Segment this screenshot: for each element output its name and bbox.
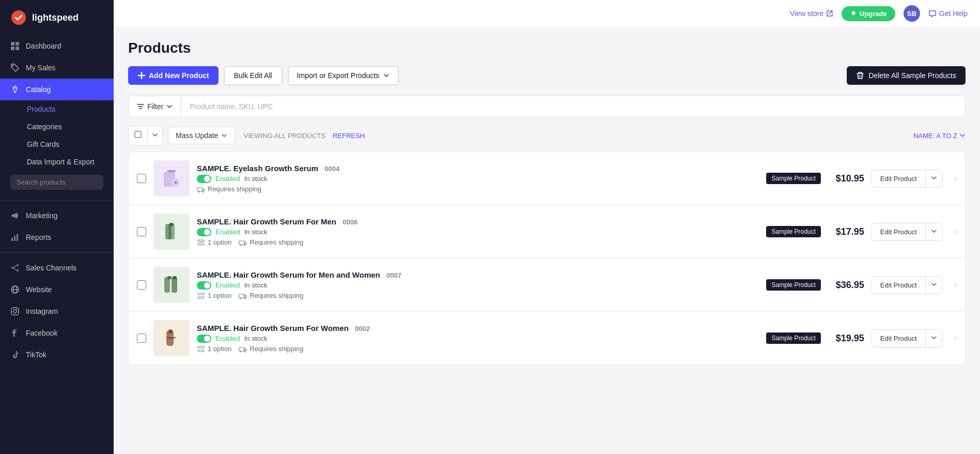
sidebar-item-my-sales[interactable]: My Sales xyxy=(0,57,114,79)
delete-samples-button[interactable]: Delete All Sample Products xyxy=(847,66,966,85)
sample-badge: Sample Product xyxy=(766,226,820,237)
edit-button-group: Edit Product xyxy=(872,223,943,241)
edit-dropdown-button[interactable] xyxy=(925,170,942,187)
select-all-checkbox[interactable] xyxy=(129,126,147,145)
sample-badge: Sample Product xyxy=(766,279,820,291)
refresh-link[interactable]: REFRESH xyxy=(333,132,365,140)
product-badges: Enabled In stock xyxy=(197,228,759,236)
view-store-link[interactable]: View store xyxy=(790,9,833,18)
avatar[interactable]: SB xyxy=(904,5,920,22)
svg-line-12 xyxy=(13,266,17,267)
product-checkbox[interactable] xyxy=(137,334,146,343)
product-image xyxy=(153,267,190,303)
svg-rect-31 xyxy=(198,244,204,245)
get-help-button[interactable]: Get Help xyxy=(928,9,968,18)
upgrade-button[interactable]: Upgrade xyxy=(842,6,895,21)
sidebar-item-gift-cards[interactable]: Gift Cards xyxy=(0,135,114,153)
sidebar-item-sales-channels[interactable]: Sales Channels xyxy=(0,257,114,279)
product-search-input[interactable] xyxy=(181,96,965,117)
svg-point-18 xyxy=(13,310,17,313)
svg-rect-17 xyxy=(11,308,19,315)
sidebar-item-marketing[interactable]: Marketing xyxy=(0,205,114,226)
svg-rect-2 xyxy=(15,42,19,46)
edit-dropdown-button[interactable] xyxy=(925,277,942,294)
sidebar-item-dashboard[interactable]: Dashboard xyxy=(0,35,114,57)
enabled-toggle[interactable] xyxy=(197,228,211,236)
sort-button[interactable]: NAME: A TO Z xyxy=(913,132,966,140)
sidebar-item-website[interactable]: Website xyxy=(0,279,114,300)
product-name: SAMPLE. Hair Growth Serum For Women 0002 xyxy=(197,324,759,332)
mass-update-button[interactable]: Mass Update xyxy=(168,127,235,144)
edit-dropdown-button[interactable] xyxy=(925,330,942,347)
sidebar-item-label: Catalog xyxy=(26,85,51,94)
sidebar-search-container xyxy=(0,171,114,196)
sidebar-item-label: Facebook xyxy=(26,329,57,337)
get-help-label: Get Help xyxy=(939,9,968,18)
sidebar-item-categories[interactable]: Categories xyxy=(0,118,114,135)
filter-button[interactable]: Filter xyxy=(129,96,181,117)
sidebar-item-facebook[interactable]: Facebook xyxy=(0,322,114,344)
enabled-toggle[interactable] xyxy=(197,281,211,290)
svg-point-19 xyxy=(17,309,18,310)
product-checkbox[interactable] xyxy=(137,227,146,236)
bulk-edit-button[interactable]: Bulk Edit All xyxy=(224,66,283,85)
enabled-toggle[interactable] xyxy=(197,175,211,183)
sidebar-item-instagram[interactable]: Instagram xyxy=(0,300,114,322)
edit-product-button[interactable]: Edit Product xyxy=(872,170,925,187)
topbar: View store Upgrade SB Get Help xyxy=(114,0,980,27)
edit-product-button[interactable]: Edit Product xyxy=(872,223,925,240)
chevron-down-icon xyxy=(959,132,966,139)
sidebar-item-products[interactable]: Products xyxy=(0,100,114,118)
shipping-meta: true Requires shipping xyxy=(197,185,261,193)
sidebar-item-label: Reports xyxy=(26,233,51,241)
product-checkbox[interactable] xyxy=(137,174,146,183)
product-meta: 1 option Requires shipping xyxy=(197,238,759,247)
row-expand-arrow[interactable]: › xyxy=(954,280,957,290)
shipping-icon xyxy=(239,238,247,247)
svg-point-26 xyxy=(203,191,204,192)
edit-dropdown-button[interactable] xyxy=(925,223,942,240)
logo[interactable]: lightspeed xyxy=(0,0,114,35)
select-dropdown-button[interactable] xyxy=(147,128,162,144)
checkbox-icon xyxy=(134,130,142,139)
sample-badge: Sample Product xyxy=(766,173,820,184)
chevron-down-icon xyxy=(931,228,937,234)
sidebar: lightspeed Dashboard My Sales xyxy=(0,0,114,454)
enabled-toggle[interactable] xyxy=(197,335,211,343)
sidebar-item-label: My Sales xyxy=(26,64,56,72)
product-info: SAMPLE. Hair Growth Serum For Men 0006 E… xyxy=(197,217,759,247)
viewing-label: VIEWING ALL PRODUCTS xyxy=(243,132,325,140)
add-new-product-button[interactable]: Add New Product xyxy=(128,66,219,85)
catalog-sub-nav: Products Categories Gift Cards Data Impo… xyxy=(0,100,114,171)
sidebar-item-reports[interactable]: Reports xyxy=(0,226,114,248)
enabled-badge: Enabled xyxy=(215,228,240,236)
sidebar-item-data-import[interactable]: Data Import & Export xyxy=(0,153,114,171)
svg-point-44 xyxy=(244,297,246,299)
options-icon xyxy=(197,238,205,247)
search-products-input[interactable] xyxy=(10,175,103,190)
row-expand-arrow[interactable]: › xyxy=(954,174,957,183)
chevron-down-icon xyxy=(383,72,390,79)
product-sku: 0002 xyxy=(355,325,370,332)
edit-product-button[interactable]: Edit Product xyxy=(872,330,925,347)
import-export-button[interactable]: Import or Export Products xyxy=(288,66,399,85)
shipping-meta: Requires shipping xyxy=(239,238,303,247)
row-expand-arrow[interactable]: › xyxy=(954,334,957,343)
edit-button-group: Edit Product xyxy=(872,276,943,294)
product-image xyxy=(153,214,190,250)
edit-product-button[interactable]: Edit Product xyxy=(872,277,925,294)
chevron-down-icon xyxy=(152,132,158,138)
products-controls: Mass Update VIEWING ALL PRODUCTS REFRESH… xyxy=(128,126,966,145)
product-list: SAMPLE. Eyelash Growth Serum 0004 Enable… xyxy=(128,152,966,365)
toolbar: Add New Product Bulk Edit All Import or … xyxy=(128,66,966,85)
sidebar-item-label: TikTok xyxy=(26,351,46,359)
svg-rect-39 xyxy=(173,276,177,279)
sidebar-item-tiktok[interactable]: TikTok xyxy=(0,344,114,366)
nav-divider xyxy=(0,200,114,201)
svg-rect-38 xyxy=(167,276,172,279)
sidebar-item-catalog[interactable]: Catalog xyxy=(0,79,114,100)
options-meta: 1 option xyxy=(197,345,231,353)
product-checkbox[interactable] xyxy=(137,280,146,290)
row-expand-arrow[interactable]: › xyxy=(954,227,957,236)
product-badges: Enabled In stock xyxy=(197,281,759,290)
